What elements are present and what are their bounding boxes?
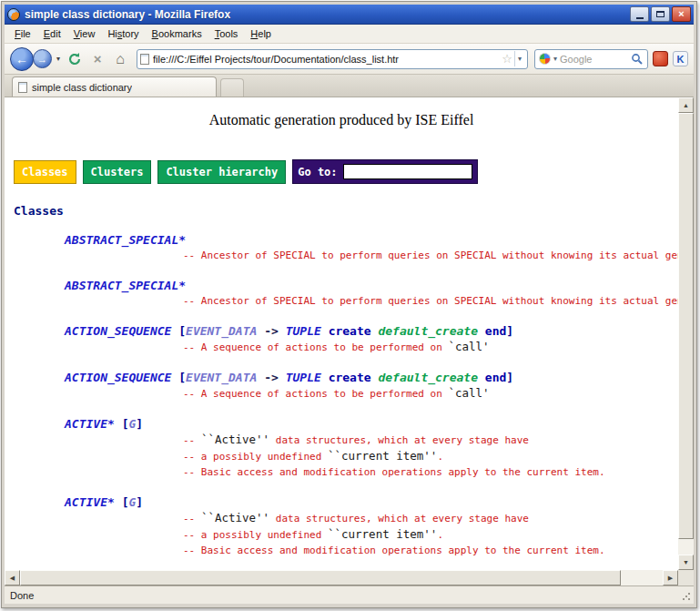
token-plain	[478, 371, 485, 384]
token-code: ``Active''	[201, 511, 269, 524]
search-bar[interactable]: ▾ Google	[534, 49, 648, 69]
address-bar[interactable]: file:///C:/Eiffel Projects/tour/Document…	[137, 49, 528, 69]
class-name-link[interactable]: ACTION_SEQUENCE	[65, 324, 178, 338]
token-comment: data structures, which at every stage ha…	[269, 513, 529, 524]
scroll-left-button[interactable]: ◀	[5, 570, 20, 586]
menu-bookmarks[interactable]: Bookmarks	[146, 25, 208, 42]
token-bracket: ]	[136, 417, 143, 431]
search-icon[interactable]	[631, 53, 644, 66]
classes-button[interactable]: Classes	[14, 160, 76, 184]
tab-page-icon	[18, 82, 27, 93]
reload-button[interactable]	[65, 49, 85, 69]
token-bracket: [	[178, 371, 186, 384]
token-comment: -- Basic access and modification operati…	[183, 545, 605, 556]
tab-stub[interactable]	[220, 78, 244, 97]
clusters-button[interactable]: Clusters	[83, 160, 152, 184]
token-plain	[478, 324, 485, 338]
class-signature: ABSTRACT_SPECIAL*	[65, 232, 678, 248]
menu-edit[interactable]: Edit	[37, 25, 67, 42]
vertical-scroll-thumb[interactable]	[678, 113, 694, 539]
maximize-button[interactable]	[651, 6, 670, 22]
forward-arrow-icon: →	[37, 54, 47, 65]
class-comment-line: -- ``Active'' data structures, which at …	[65, 511, 678, 526]
class-comment-line: -- Basic access and modification operati…	[65, 465, 678, 480]
token-keyword: end	[485, 324, 506, 338]
token-comment: -- A sequence of actions to be performed…	[183, 341, 448, 353]
stop-button[interactable]: ×	[87, 49, 107, 69]
classes-heading: Classes	[14, 204, 678, 218]
token-plain	[321, 371, 329, 384]
horizontal-scrollbar[interactable]: ◀ ▶	[5, 570, 678, 586]
status-text: Done	[10, 590, 34, 601]
class-comment-line: -- Ancestor of SPECIAL to perform querie…	[65, 294, 678, 309]
menu-tools[interactable]: Tools	[208, 25, 245, 42]
class-signature: ABSTRACT_SPECIAL*	[65, 278, 678, 293]
bookmark-star-icon[interactable]: ☆	[502, 52, 512, 66]
extension-icon-red[interactable]	[653, 51, 668, 66]
address-dropdown[interactable]: ▾	[514, 51, 524, 66]
cluster-hierarchy-button[interactable]: Cluster hierarchy	[157, 160, 286, 184]
class-name-link[interactable]: TUPLE	[286, 371, 321, 384]
menu-file[interactable]: File	[8, 25, 37, 42]
class-name-link[interactable]: ACTIVE*	[65, 417, 122, 431]
vertical-scrollbar[interactable]: ▲ ▼	[678, 97, 694, 570]
token-bracket: ]	[506, 371, 513, 384]
home-button[interactable]: ⌂	[110, 49, 130, 69]
close-button[interactable]: ×	[672, 6, 691, 22]
forward-button[interactable]: →	[33, 49, 52, 68]
minimize-icon	[636, 17, 644, 19]
class-name-link[interactable]: ABSTRACT_SPECIAL*	[65, 233, 186, 247]
horizontal-scroll-thumb[interactable]	[20, 570, 621, 586]
search-engine-dropdown[interactable]: ▾	[551, 55, 560, 63]
token-keyword: end	[485, 371, 506, 384]
class-entry: ABSTRACT_SPECIAL*-- Ancestor of SPECIAL …	[65, 278, 678, 309]
history-dropdown[interactable]: ▾	[55, 55, 62, 63]
class-name-link[interactable]: ACTION_SEQUENCE	[65, 371, 178, 384]
token-code: ``current item''	[328, 449, 437, 463]
search-input[interactable]: Google	[560, 54, 631, 65]
class-comment-line: -- Basic access and modification operati…	[65, 544, 678, 558]
token-comment: -- A sequence of actions to be performed…	[183, 388, 448, 400]
back-arrow-icon: ←	[15, 52, 28, 66]
goto-box: Go to:	[292, 159, 477, 184]
class-entry: ACTIVE* [G]-- ``Active'' data structures…	[65, 416, 678, 480]
class-signature: ACTIVE* [G]	[65, 494, 678, 510]
scroll-down-button[interactable]: ▼	[678, 555, 694, 570]
page-content: Automatic generation produced by ISE Eif…	[5, 97, 678, 570]
minimize-button[interactable]	[630, 6, 649, 22]
goto-input[interactable]	[343, 164, 472, 179]
scroll-up-button[interactable]: ▲	[678, 97, 694, 113]
back-button[interactable]: ←	[10, 47, 34, 71]
class-entry: ACTION_SEQUENCE [EVENT_DATA -> TUPLE cre…	[65, 370, 678, 402]
menu-history[interactable]: History	[101, 25, 145, 42]
class-entry: ACTION_SEQUENCE [EVENT_DATA -> TUPLE cre…	[65, 323, 678, 355]
token-keyword: create	[329, 324, 371, 338]
menu-help[interactable]: Help	[244, 25, 278, 42]
tab-simple-class-dictionary[interactable]: simple class dictionary	[12, 76, 217, 97]
window-controls: ×	[630, 6, 691, 22]
page-icon	[140, 54, 149, 65]
menu-view[interactable]: View	[67, 25, 102, 42]
token-keyword: create	[329, 371, 371, 384]
extension-icon-k[interactable]: K	[673, 51, 688, 66]
class-comment-line: -- a possibly undefined ``current item''…	[65, 449, 678, 464]
scroll-right-button[interactable]: ▶	[663, 570, 678, 586]
title-bar[interactable]: simple class dictionary - Mozilla Firefo…	[5, 5, 694, 25]
navigation-toolbar: ← → ▾ × ⌂ file:///C:/Eiffel Projects/tou…	[5, 44, 694, 75]
token-code: `call'	[448, 340, 489, 353]
class-name-link[interactable]: ACTIVE*	[65, 495, 122, 509]
address-url[interactable]: file:///C:/Eiffel Projects/tour/Document…	[153, 54, 500, 65]
token-comment: -- Ancestor of SPECIAL to perform querie…	[183, 295, 678, 307]
tab-bar: simple class dictionary	[5, 75, 694, 97]
resize-grip[interactable]	[682, 592, 691, 601]
token-plain	[321, 324, 329, 338]
class-comment-line: -- A sequence of actions to be performed…	[65, 340, 678, 355]
class-comment-line: -- ``Active'' data structures, which at …	[65, 433, 678, 448]
class-name-link[interactable]: ABSTRACT_SPECIAL*	[65, 279, 186, 292]
token-bracket: ]	[136, 495, 143, 509]
class-name-link[interactable]: TUPLE	[286, 324, 321, 338]
browser-viewport: Automatic generation produced by ISE Eif…	[5, 97, 694, 586]
class-comment-line: -- a possibly undefined ``current item''…	[65, 527, 678, 543]
firefox-icon	[7, 8, 20, 21]
token-comment: -- a possibly undefined	[183, 451, 328, 463]
